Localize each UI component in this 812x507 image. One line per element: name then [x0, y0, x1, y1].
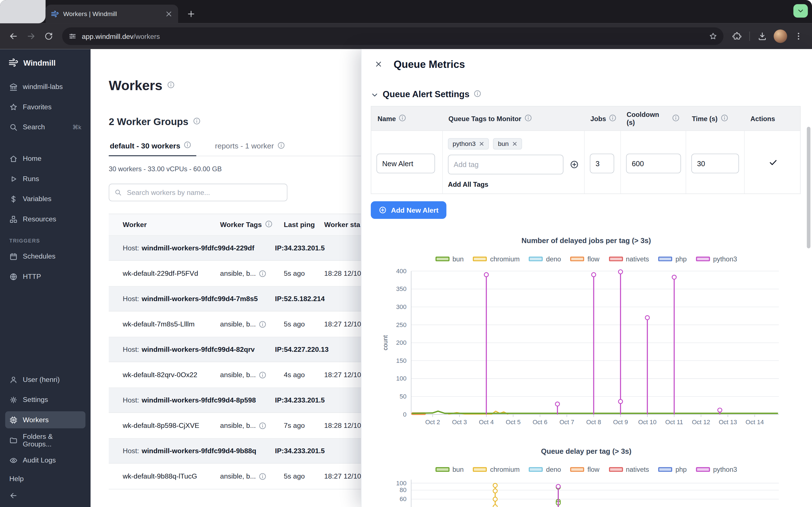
sidebar-item-audit-logs[interactable]: Audit Logs [5, 452, 86, 469]
jobs-input[interactable] [590, 154, 614, 173]
worker-tags: ansible, b... [220, 472, 284, 480]
legend-item[interactable]: nativets [609, 466, 649, 473]
sidebar-item-user[interactable]: User (henri) [5, 371, 86, 388]
host-ip: IP:54.227.220.13 [275, 346, 328, 353]
legend-item[interactable]: deno [529, 466, 561, 473]
sidebar-item-schedules[interactable]: Schedules [5, 248, 86, 265]
legend-item[interactable]: chromium [473, 255, 520, 263]
add-new-alert-button[interactable]: Add New Alert [371, 201, 446, 219]
legend-label: chromium [490, 466, 520, 473]
tab-search-button[interactable] [794, 4, 808, 18]
sidebar-item-folders[interactable]: Folders & Groups... [5, 432, 86, 449]
col-info[interactable] [672, 114, 679, 123]
add-all-tags-link[interactable]: Add All Tags [448, 180, 579, 188]
legend-item[interactable]: python3 [696, 466, 737, 473]
remove-tag-icon[interactable] [512, 141, 517, 146]
sidebar-item-label: Favorites [23, 103, 52, 111]
browser-tabstrip: Workers | Windmill [0, 0, 812, 23]
worker-groups-info[interactable] [193, 117, 200, 127]
tab-info[interactable] [277, 142, 285, 150]
info-icon [609, 114, 617, 121]
host-name: windmill-workers-9fdfc99d4-7m8s5 [142, 295, 258, 303]
legend-item[interactable]: php [658, 466, 687, 473]
legend-label: chromium [490, 255, 520, 263]
add-new-alert-label: Add New Alert [391, 206, 439, 214]
reload-button[interactable] [40, 28, 57, 45]
svg-text:Oct 12: Oct 12 [692, 418, 710, 426]
alert-settings-info[interactable] [474, 90, 481, 100]
forward-button[interactable] [23, 28, 40, 45]
browser-toolbar: app.windmill.dev/workers [0, 23, 812, 49]
legend-item[interactable]: flow [570, 255, 599, 263]
sidebar-item-label: Search [23, 123, 45, 131]
new-tab-button[interactable] [183, 6, 199, 22]
legend-item[interactable]: nativets [609, 255, 649, 263]
legend-swatch [529, 257, 543, 262]
legend-item[interactable]: python3 [696, 255, 737, 263]
sidebar-item-variables[interactable]: Variables [5, 190, 86, 208]
sidebar-item-resources[interactable]: Resources [5, 211, 86, 228]
col-info[interactable] [399, 114, 406, 123]
add-tag-plus-icon[interactable] [569, 160, 579, 169]
browser-menu-button[interactable] [790, 28, 807, 45]
site-settings-icon[interactable] [68, 32, 77, 40]
tab-reports-group[interactable]: reports - 1 worker [214, 141, 290, 156]
worker-tags: ansible, b... [220, 371, 284, 379]
time-input[interactable] [691, 154, 739, 173]
page-title-info[interactable] [167, 81, 174, 90]
sidebar-item-http[interactable]: HTTP [5, 268, 86, 285]
legend-item[interactable]: php [658, 255, 687, 263]
sidebar-item-label: Settings [23, 396, 48, 404]
brand-label: Windmill [23, 58, 56, 67]
address-bar[interactable]: app.windmill.dev/workers [62, 27, 723, 45]
col-label: Worker [123, 221, 147, 229]
sidebar-item-home[interactable]: Home [5, 150, 86, 167]
sidebar-item-settings[interactable]: Settings [5, 391, 86, 408]
alert-table-header: Name Queue Tags to Monitor Jobs Cooldown… [371, 106, 801, 131]
bookmark-star-icon[interactable] [709, 32, 717, 40]
legend-item[interactable]: deno [529, 255, 561, 263]
drawer-close-button[interactable] [371, 56, 386, 72]
tag-chip-label: bun [498, 140, 509, 148]
collapse-sidebar-button[interactable] [9, 492, 86, 500]
remove-tag-icon[interactable] [479, 141, 485, 146]
browser-tab[interactable]: Workers | Windmill [46, 5, 178, 23]
legend-item[interactable]: bun [435, 466, 463, 473]
sidebar-item-workers[interactable]: Workers [5, 411, 86, 429]
tab-close-icon[interactable] [165, 10, 173, 18]
col-cooldown: Cooldown (s) [620, 107, 686, 130]
svg-text:400: 400 [396, 268, 407, 275]
sidebar-item-favorites[interactable]: Favorites [5, 98, 86, 115]
brand[interactable]: Windmill [5, 49, 86, 78]
sidebar-item-search[interactable]: Search ⌘k [5, 119, 86, 136]
profile-avatar[interactable] [774, 30, 787, 43]
legend-item[interactable]: bun [435, 255, 463, 263]
col-worker-tags: Worker Tags [220, 220, 284, 229]
host-ip: IP:34.233.201.5 [275, 447, 324, 455]
sidebar-item-runs[interactable]: Runs [5, 170, 86, 187]
col-info[interactable] [265, 220, 272, 229]
add-tag-input[interactable] [448, 155, 564, 174]
confirm-check-icon[interactable] [768, 158, 777, 167]
collapse-section-chevron-icon[interactable] [371, 91, 378, 99]
col-info[interactable] [721, 114, 728, 123]
col-info[interactable] [524, 114, 532, 123]
legend-item[interactable]: flow [570, 466, 599, 473]
cooldown-input[interactable] [626, 154, 681, 173]
sidebar-item-workspace[interactable]: windmill-labs [5, 78, 86, 95]
svg-text:Oct 14: Oct 14 [746, 418, 764, 426]
tab-default-group[interactable]: default - 30 workers [109, 141, 197, 156]
legend-item[interactable]: chromium [473, 466, 520, 473]
tab-info[interactable] [184, 141, 191, 150]
url-text[interactable]: app.windmill.dev/workers [82, 33, 704, 40]
sidebar-item-help[interactable]: Help [5, 472, 86, 485]
worker-last-ping: 5s ago [284, 320, 324, 328]
worker-search-input[interactable] [126, 188, 282, 197]
back-button[interactable] [5, 28, 22, 45]
alert-name-input[interactable] [376, 154, 435, 173]
col-info[interactable] [609, 114, 617, 123]
worker-search[interactable] [109, 184, 288, 201]
extensions-icon[interactable] [728, 28, 745, 45]
drawer-scrollbar[interactable] [807, 127, 811, 248]
downloads-button[interactable] [754, 28, 770, 45]
